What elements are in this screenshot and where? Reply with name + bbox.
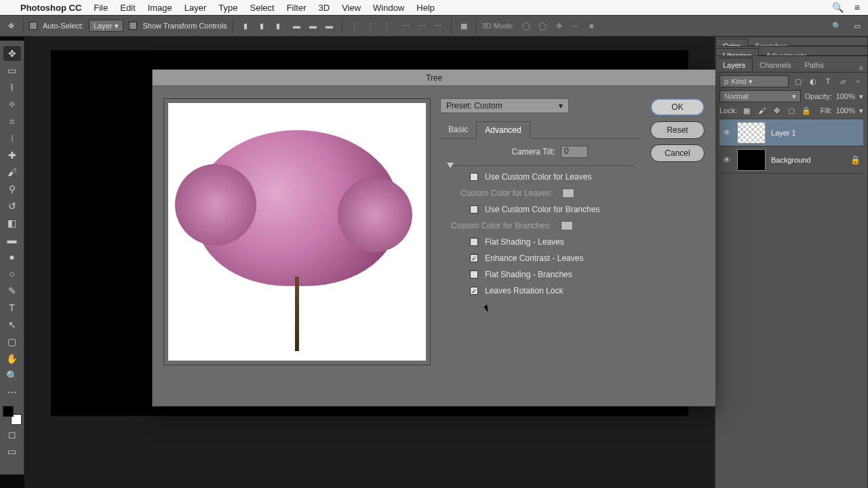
spotlight-icon[interactable]: 🔍 <box>832 2 844 13</box>
distribute-h3-icon[interactable]: ⋮ <box>380 19 394 33</box>
pen-tool[interactable]: ✎ <box>3 283 21 298</box>
menu-icon[interactable]: ≡ <box>854 2 860 13</box>
leaves-color-swatch[interactable] <box>562 188 574 198</box>
align-middle-icon[interactable]: ▬ <box>307 19 320 33</box>
use-custom-color-leaves-checkbox[interactable]: Use Custom Color for Leaves <box>440 169 641 185</box>
menu-window[interactable]: Window <box>373 3 404 13</box>
stamp-tool[interactable]: ⚲ <box>3 182 21 197</box>
tab-basic[interactable]: Basic <box>440 121 476 138</box>
lock-artboard-icon[interactable]: ▢ <box>786 105 797 116</box>
3d-pan-icon[interactable]: ✥ <box>552 19 566 33</box>
auto-select-dropdown[interactable]: Layer▾ <box>89 20 124 32</box>
more-tool[interactable]: ⋯ <box>3 385 21 400</box>
filter-pixel-icon[interactable]: ▢ <box>793 76 804 87</box>
3d-slide-icon[interactable]: ↔ <box>568 19 582 33</box>
screenmode-tool[interactable]: ▭ <box>3 444 21 459</box>
flat-shading-branches-checkbox[interactable]: Flat Shading - Branches <box>440 266 641 283</box>
ok-button[interactable]: OK <box>650 98 705 116</box>
camera-tilt-slider[interactable] <box>447 159 634 166</box>
workspace-icon[interactable]: ▭ <box>850 19 864 33</box>
layer-thumbnail[interactable] <box>737 122 766 144</box>
quickmask-tool[interactable]: ◻ <box>3 427 21 442</box>
leaves-rotation-lock-checkbox[interactable]: Leaves Rotation Lock <box>440 283 641 299</box>
use-custom-color-branches-checkbox[interactable]: Use Custom Color for Branches <box>440 201 641 218</box>
move-tool[interactable]: ✥ <box>3 46 21 61</box>
filter-smart-icon[interactable]: ▫ <box>852 76 863 87</box>
enhance-contrast-leaves-checkbox[interactable]: Enhance Contrast - Leaves <box>440 250 641 266</box>
preset-dropdown[interactable]: Preset: Custom▾ <box>440 98 569 113</box>
distribute-v1-icon[interactable]: ⋯ <box>399 19 413 33</box>
tab-channels[interactable]: Channels <box>753 58 797 72</box>
menu-help[interactable]: Help <box>416 3 435 13</box>
healing-tool[interactable]: ✚ <box>3 148 21 163</box>
3d-orbit-icon[interactable]: ◯ <box>519 19 533 33</box>
gradient-tool[interactable]: ▬ <box>3 232 21 247</box>
zoom-tool[interactable]: 🔍 <box>3 368 21 383</box>
filter-kind-dropdown[interactable]: ρKind▾ <box>719 75 789 87</box>
lasso-tool[interactable]: ⌇ <box>3 80 21 95</box>
branches-color-swatch[interactable] <box>561 221 573 230</box>
layer-row-layer1[interactable]: 👁 Layer 1 <box>719 119 863 146</box>
marquee-tool[interactable]: ▭ <box>3 63 21 78</box>
3d-zoom-icon[interactable]: ■ <box>585 19 598 33</box>
menu-edit[interactable]: Edit <box>120 3 135 13</box>
layer-thumbnail[interactable] <box>737 149 766 171</box>
tab-advanced[interactable]: Advanced <box>476 121 530 139</box>
type-tool[interactable]: T <box>3 300 21 315</box>
tab-layers[interactable]: Layers <box>715 58 753 72</box>
menu-type[interactable]: Type <box>218 3 237 13</box>
search-icon[interactable]: 🔍 <box>830 19 844 33</box>
brush-tool[interactable]: 🖌 <box>3 165 21 180</box>
auto-align-icon[interactable]: ▦ <box>457 19 471 33</box>
dialog-title[interactable]: Tree <box>153 70 715 86</box>
lock-position-icon[interactable]: ✥ <box>771 105 782 116</box>
layer-name[interactable]: Layer 1 <box>771 129 796 137</box>
blur-tool[interactable]: ● <box>3 249 21 264</box>
dodge-tool[interactable]: ○ <box>3 266 21 281</box>
filter-shape-icon[interactable]: ▱ <box>837 76 848 87</box>
lock-all-icon[interactable]: 🔒 <box>801 105 812 116</box>
layers-panel-menu-icon[interactable]: ≡ <box>855 64 867 72</box>
align-bottom-icon[interactable]: ▬ <box>323 19 336 33</box>
visibility-icon[interactable]: 👁 <box>722 128 732 138</box>
show-transform-checkbox[interactable] <box>129 22 137 30</box>
app-name[interactable]: Photoshop CC <box>20 3 81 13</box>
color-swatches[interactable] <box>3 406 22 425</box>
menu-image[interactable]: Image <box>148 3 172 13</box>
menu-layer[interactable]: Layer <box>184 3 207 13</box>
menu-file[interactable]: File <box>94 3 108 13</box>
shape-tool[interactable]: ▢ <box>3 334 21 349</box>
eraser-tool[interactable]: ◧ <box>3 216 21 230</box>
camera-tilt-input[interactable]: 0 <box>561 146 588 158</box>
layer-name[interactable]: Background <box>771 156 811 164</box>
align-right-icon[interactable]: ▮ <box>271 19 285 33</box>
lock-transparent-icon[interactable]: ▦ <box>741 105 752 116</box>
align-top-icon[interactable]: ▬ <box>290 19 304 33</box>
distribute-h1-icon[interactable]: ⋮ <box>348 19 361 33</box>
3d-roll-icon[interactable]: ◯ <box>536 19 549 33</box>
path-tool[interactable]: ↖ <box>3 317 21 332</box>
magic-wand-tool[interactable]: ✧ <box>3 97 21 112</box>
visibility-icon[interactable]: 👁 <box>722 155 732 165</box>
reset-button[interactable]: Reset <box>650 121 705 139</box>
menu-filter[interactable]: Filter <box>287 3 307 13</box>
menu-3d[interactable]: 3D <box>319 3 330 13</box>
fill-value[interactable]: 100% <box>836 106 855 115</box>
distribute-v2-icon[interactable]: ⋯ <box>416 19 429 33</box>
eyedropper-tool[interactable]: ⁝ <box>3 131 21 146</box>
distribute-v3-icon[interactable]: ⋯ <box>432 19 446 33</box>
distribute-h2-icon[interactable]: ⋮ <box>364 19 378 33</box>
history-brush-tool[interactable]: ↺ <box>3 199 21 214</box>
menu-view[interactable]: View <box>342 3 361 13</box>
filter-adjust-icon[interactable]: ◐ <box>808 76 818 87</box>
hand-tool[interactable]: ✋ <box>3 351 21 366</box>
lock-pixels-icon[interactable]: 🖌 <box>756 105 767 116</box>
flat-shading-leaves-checkbox[interactable]: Flat Shading - Leaves <box>440 234 641 250</box>
crop-tool[interactable]: ⌗ <box>3 114 21 129</box>
filter-type-icon[interactable]: T <box>823 76 833 87</box>
menu-select[interactable]: Select <box>250 3 274 13</box>
tab-paths[interactable]: Paths <box>798 58 831 72</box>
foreground-color[interactable] <box>3 406 14 417</box>
cancel-button[interactable]: Cancel <box>650 144 705 162</box>
opacity-value[interactable]: 100% <box>836 92 855 100</box>
